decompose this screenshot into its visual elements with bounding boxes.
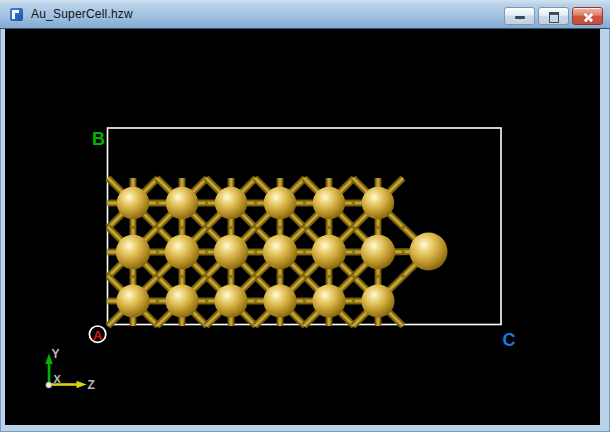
au-atom[interactable] xyxy=(263,284,296,317)
axis-origin-dot xyxy=(46,382,52,388)
au-atom[interactable] xyxy=(361,235,395,269)
au-atom[interactable] xyxy=(165,284,198,317)
axis-z-label: Z xyxy=(88,378,95,392)
app-icon xyxy=(10,8,23,21)
close-button[interactable] xyxy=(572,7,603,25)
au-atom[interactable] xyxy=(362,187,394,219)
axis-triad: Y X Z xyxy=(45,347,95,392)
au-atom[interactable] xyxy=(166,187,198,219)
cell-axis-label-b: B xyxy=(92,129,105,149)
molecule-scene[interactable]: B C A Y X Z xyxy=(5,29,600,425)
au-atom[interactable] xyxy=(264,187,296,219)
structure-viewport[interactable]: B C A Y X Z xyxy=(5,29,600,425)
au-atom[interactable] xyxy=(116,284,149,317)
window-controls xyxy=(504,7,603,25)
minimize-icon xyxy=(515,16,525,19)
app-window: Au_SuperCell.hzw B C xyxy=(0,0,610,432)
au-atom[interactable] xyxy=(116,235,150,269)
axis-y-label: Y xyxy=(52,347,60,361)
axis-x-label: X xyxy=(54,373,62,385)
cell-axis-label-a: A xyxy=(89,326,105,343)
maximize-icon xyxy=(549,12,559,23)
au-atom[interactable] xyxy=(263,235,297,269)
au-atom[interactable] xyxy=(361,284,394,317)
au-atom[interactable] xyxy=(410,233,448,271)
au-atom[interactable] xyxy=(313,187,345,219)
au-atom[interactable] xyxy=(312,235,346,269)
au-atom[interactable] xyxy=(117,187,149,219)
minimize-button[interactable] xyxy=(504,7,535,25)
au-atom[interactable] xyxy=(312,284,345,317)
svg-text:A: A xyxy=(93,328,103,343)
au-atom[interactable] xyxy=(214,284,247,317)
maximize-button[interactable] xyxy=(538,7,569,25)
au-atom[interactable] xyxy=(165,235,199,269)
au-atom[interactable] xyxy=(215,187,247,219)
titlebar[interactable]: Au_SuperCell.hzw xyxy=(0,0,610,29)
window-title: Au_SuperCell.hzw xyxy=(31,7,133,21)
au-atom[interactable] xyxy=(214,235,248,269)
cell-axis-label-c: C xyxy=(503,330,516,350)
